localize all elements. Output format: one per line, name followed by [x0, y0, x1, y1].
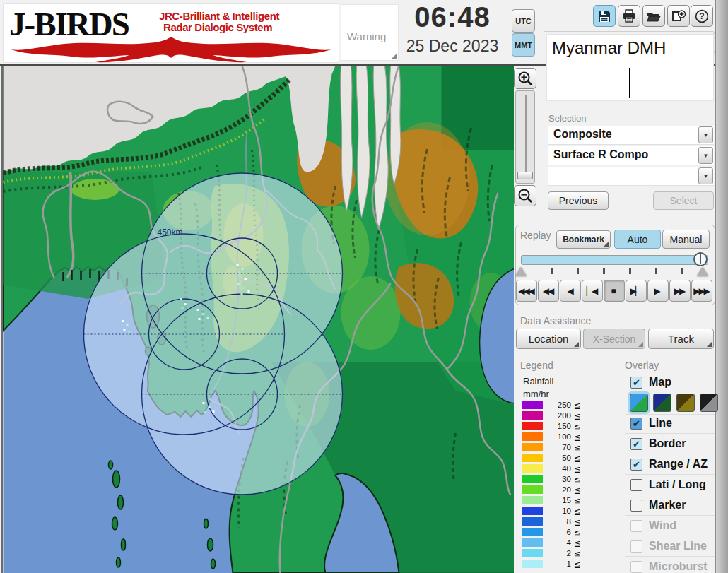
checkbox-checked-icon[interactable]: ✔: [630, 377, 642, 389]
legend-swatch: [522, 464, 543, 473]
legend-swatch: [522, 560, 543, 568]
slider-tick: [551, 268, 553, 274]
jbirds-app: 450km J-BIRDS JRC-Brilliant &: [0, 0, 728, 573]
forward-button[interactable]: ▶▶: [669, 280, 691, 302]
map-style-swatch-3[interactable]: [676, 394, 695, 412]
legend-value: 6: [543, 528, 571, 536]
panel-edge-strip[interactable]: [715, 0, 728, 573]
map-canvas[interactable]: 450km: [1, 66, 514, 573]
legend-value: 100: [543, 432, 571, 441]
step-last-button[interactable]: ▶▏: [626, 280, 647, 302]
legend-operator: ≦: [574, 485, 581, 495]
zoom-out-icon: [517, 188, 533, 203]
station-name-card: Myanmar DMH: [546, 34, 714, 101]
replay-slider-track[interactable]: [521, 255, 708, 265]
legend-operator: ≦: [574, 475, 581, 485]
text-cursor: [629, 68, 630, 98]
legend-operator: ≦: [574, 538, 581, 548]
play-back-button[interactable]: ◀: [560, 280, 581, 302]
step-first-button[interactable]: ▏◀: [582, 280, 603, 302]
x-section-button[interactable]: X-Section: [583, 329, 645, 349]
selection-label: Selection: [548, 113, 586, 124]
chevron-down-icon[interactable]: ▼: [698, 147, 713, 164]
legend-operator: ≦: [574, 422, 581, 432]
track-button[interactable]: Track: [648, 329, 714, 349]
print-button[interactable]: [618, 5, 640, 27]
zoom-out-button[interactable]: [514, 185, 536, 206]
auto-button[interactable]: Auto: [614, 230, 661, 249]
chevron-down-icon[interactable]: ▼: [698, 126, 713, 143]
map-style-swatch-2[interactable]: [653, 394, 671, 412]
dropdown-value: Surface R Compo: [553, 148, 648, 161]
separator: [625, 474, 715, 475]
overlay-item-label: Lati / Long: [649, 478, 706, 491]
legend-value: 20: [543, 485, 571, 494]
rewind-button[interactable]: ◀◀: [538, 280, 559, 302]
bookmark-button[interactable]: Bookmark: [556, 230, 611, 249]
zoom-in-icon: [517, 71, 533, 86]
logo-subtitle-1: JRC-Brilliant & Intelligent: [159, 11, 279, 22]
eagle-icon: [8, 35, 334, 63]
chevron-down-icon[interactable]: ▼: [698, 167, 713, 184]
map-style-swatch-1[interactable]: [630, 394, 648, 412]
zoom-slider[interactable]: [515, 90, 535, 184]
checkbox-unchecked-icon[interactable]: [630, 479, 642, 491]
legend-swatch: [522, 432, 543, 441]
legend-title: Rainfall: [523, 376, 553, 386]
legend-value: 150: [543, 422, 571, 430]
play-button[interactable]: ▶: [647, 280, 669, 302]
menu-corner-icon: [638, 342, 643, 347]
help-button[interactable]: ?: [691, 5, 713, 27]
legend-swatch: [522, 496, 543, 504]
replay-slider-handle[interactable]: [693, 252, 708, 266]
save-icon: [597, 9, 611, 23]
help-icon: ?: [695, 9, 709, 23]
legend-unit: mm/hr: [523, 389, 549, 399]
clock-date: 25 Dec 2023: [393, 37, 512, 56]
dropdown-product-category[interactable]: Composite ▼: [548, 126, 714, 145]
legend-value: 10: [543, 507, 571, 515]
checkbox-checked-icon[interactable]: ✔: [630, 459, 642, 471]
svg-text:?: ?: [699, 11, 704, 21]
zoom-in-button[interactable]: [514, 68, 536, 89]
rewind-fast-button[interactable]: ◀◀◀: [516, 280, 537, 302]
logo: J-BIRDS JRC-Brilliant & Intelligent Rada…: [3, 3, 339, 63]
location-button[interactable]: Location: [516, 329, 581, 349]
checkbox-checked-icon[interactable]: ✔: [630, 438, 642, 450]
range-end-marker[interactable]: [697, 267, 708, 276]
overlay-item-label: Border: [649, 437, 686, 450]
zoom-slider-handle[interactable]: [517, 172, 533, 179]
save-button[interactable]: [593, 5, 616, 27]
legend-swatch: [522, 411, 543, 420]
checkbox-unchecked-icon[interactable]: [630, 500, 642, 512]
station-name: Myanmar DMH: [552, 38, 666, 58]
bookmark-label: Bookmark: [563, 235, 604, 244]
open-button[interactable]: [642, 5, 665, 27]
manual-button[interactable]: Manual: [662, 230, 710, 249]
open-folder-icon: [647, 9, 661, 23]
legend-swatch: [522, 538, 543, 547]
separator: [625, 414, 715, 415]
legend-value: 40: [543, 464, 571, 473]
clock-time: 06:48: [399, 1, 505, 33]
map-style-swatch-4[interactable]: [700, 394, 718, 412]
capture-button[interactable]: [667, 5, 690, 27]
legend-operator: ≦: [574, 432, 581, 442]
dropdown-product-option[interactable]: ▼: [548, 167, 714, 186]
legend-operator: ≦: [574, 496, 581, 506]
legend-swatch: [522, 475, 543, 483]
forward-fast-button[interactable]: ▶▶▶: [691, 280, 712, 302]
legend-swatch: [522, 528, 543, 536]
checkbox-checked-icon[interactable]: ✔: [630, 418, 642, 430]
range-start-marker[interactable]: [515, 267, 527, 276]
previous-button[interactable]: Previous: [548, 191, 609, 210]
dropdown-product-type[interactable]: Surface R Compo ▼: [548, 146, 714, 165]
mmt-button[interactable]: MMT: [512, 33, 535, 57]
warning-button[interactable]: Warning: [341, 4, 399, 61]
stop-button[interactable]: ■: [604, 280, 625, 302]
replay-label: Replay: [520, 230, 551, 241]
legend-value: 8: [543, 517, 571, 526]
select-button[interactable]: Select: [653, 191, 714, 210]
utc-button[interactable]: UTC: [512, 9, 535, 33]
menu-corner-icon: [604, 242, 609, 247]
